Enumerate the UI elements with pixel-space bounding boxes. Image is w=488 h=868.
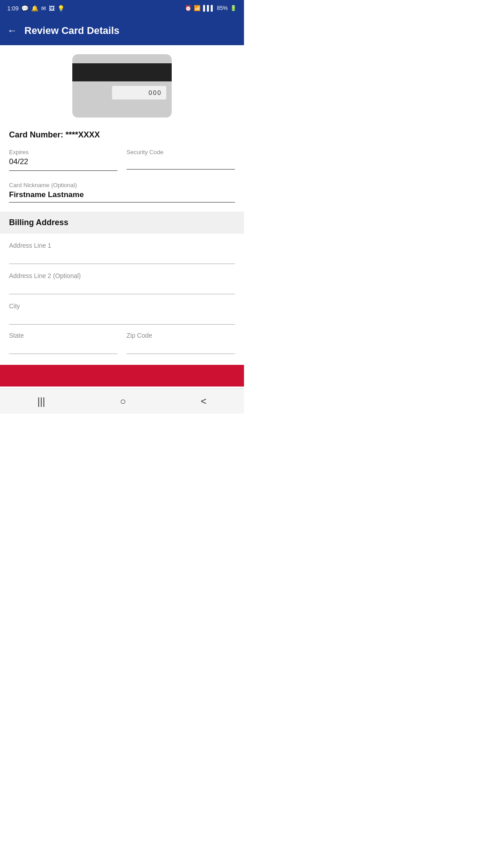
- city-input[interactable]: [9, 312, 235, 325]
- security-code-field: Security Code: [127, 149, 235, 171]
- chat-icon: 💬: [21, 5, 28, 12]
- expires-label: Expires: [9, 149, 117, 156]
- card-magnetic-stripe: [72, 63, 172, 81]
- expires-field: Expires 04/22: [9, 149, 117, 171]
- image-icon: 🖼: [49, 5, 55, 12]
- nickname-label: Card Nickname (Optional): [9, 182, 235, 189]
- battery-icon: 🔋: [230, 5, 237, 11]
- alarm-icon: ⏰: [185, 5, 192, 11]
- page-title: Review Card Details: [24, 25, 119, 37]
- nickname-value[interactable]: Firstname Lastname: [9, 190, 235, 203]
- card-number-section: Card Number: ****XXXX: [0, 125, 244, 140]
- address-line1-label: Address Line 1: [9, 242, 235, 249]
- card-cvv-field: 000: [112, 86, 166, 99]
- battery-percent: 85%: [217, 5, 228, 11]
- zip-label: Zip Code: [127, 332, 235, 339]
- state-input[interactable]: [9, 342, 117, 354]
- home-button[interactable]: ○: [111, 391, 135, 412]
- mail-icon: ✉: [41, 5, 46, 12]
- security-code-input[interactable]: [127, 157, 235, 170]
- card-visual-container: 000: [0, 45, 244, 125]
- signal-icon: ▌▌▌: [203, 5, 215, 11]
- address-line2-field: Address Line 2 (Optional): [9, 264, 235, 294]
- back-button[interactable]: ←: [7, 25, 17, 37]
- address-line2-input[interactable]: [9, 282, 235, 294]
- billing-section: Address Line 1 Address Line 2 (Optional)…: [0, 234, 244, 325]
- security-code-label: Security Code: [127, 149, 235, 156]
- card-number-display: Card Number: ****XXXX: [9, 130, 235, 140]
- card-cvv-row: 000: [78, 86, 166, 99]
- cvv-value: 000: [149, 89, 162, 96]
- status-right: ⏰ 📶 ▌▌▌ 85% 🔋: [185, 5, 237, 11]
- state-zip-row: State Zip Code: [0, 325, 244, 354]
- bulb-icon: 💡: [57, 5, 65, 12]
- zip-field: Zip Code: [127, 332, 235, 354]
- card-number-masked: ****XXXX: [66, 130, 100, 139]
- expires-value[interactable]: 04/22: [9, 157, 117, 171]
- address-line1-input[interactable]: [9, 252, 235, 264]
- status-bar: 1:09 💬 🔔 ✉ 🖼 💡 ⏰ 📶 ▌▌▌ 85% 🔋: [0, 0, 244, 16]
- nickname-section: Card Nickname (Optional) Firstname Lastn…: [0, 175, 244, 212]
- card-number-label: Card Number:: [9, 130, 63, 139]
- wifi-icon: 📶: [194, 5, 201, 11]
- address-line2-label: Address Line 2 (Optional): [9, 272, 235, 279]
- zip-input[interactable]: [127, 342, 235, 354]
- status-time: 1:09: [7, 5, 19, 12]
- card-visual: 000: [72, 54, 172, 118]
- recent-apps-button[interactable]: |||: [28, 391, 54, 412]
- status-left: 1:09 💬 🔔 ✉ 🖼 💡: [7, 5, 65, 12]
- header: ← Review Card Details: [0, 16, 244, 45]
- notification-icon: 🔔: [31, 5, 38, 12]
- nav-bar: ||| ○ <: [0, 388, 244, 414]
- address-line1-field: Address Line 1: [9, 234, 235, 264]
- billing-address-header: Billing Address: [0, 212, 244, 234]
- submit-button[interactable]: [0, 365, 244, 387]
- expires-security-row: Expires 04/22 Security Code: [0, 149, 244, 171]
- state-label: State: [9, 332, 117, 339]
- content: 000 Card Number: ****XXXX Expires 04/22 …: [0, 45, 244, 388]
- state-field: State: [9, 332, 117, 354]
- back-nav-button[interactable]: <: [192, 391, 216, 412]
- city-field: City: [9, 294, 235, 325]
- city-label: City: [9, 302, 235, 310]
